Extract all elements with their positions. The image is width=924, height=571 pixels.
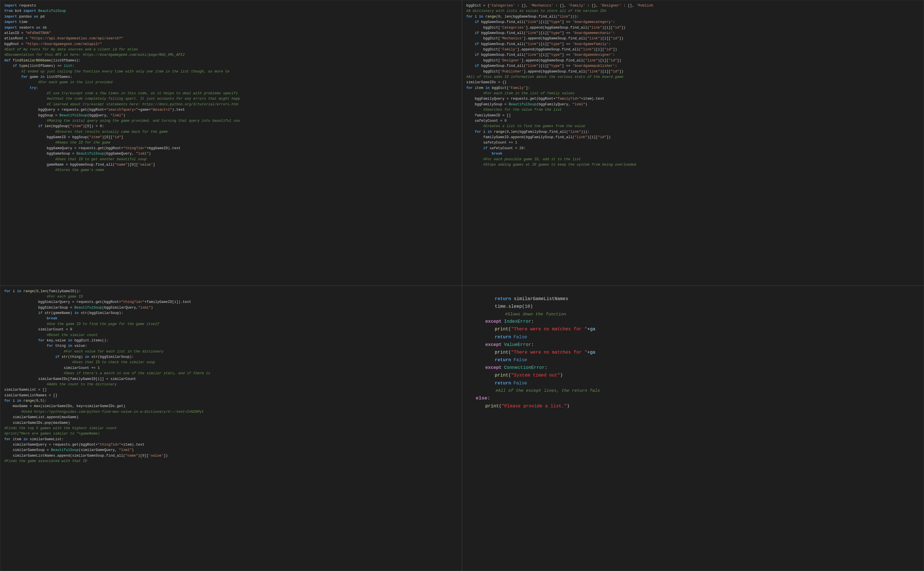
code-editor: import requests from bs4 import Beautifu…: [0, 0, 924, 571]
code-bottom-right: return similarGameListNames time.sleep(1…: [466, 289, 920, 411]
panel-top-left: import requests from bs4 import Beautifu…: [0, 0, 462, 286]
code-top-left: import requests from bs4 import Beautifu…: [4, 3, 458, 173]
panel-bottom-right: return similarGameListNames time.sleep(1…: [462, 286, 924, 571]
code-top-right: bggDict = {'Categories' : [], 'Mechanics…: [466, 3, 920, 168]
code-bottom-left: for i in range(0,len(familyGameID)): #Fo…: [4, 289, 458, 464]
panel-bottom-left: for i in range(0,len(familyGameID)): #Fo…: [0, 286, 462, 571]
panel-top-right: bggDict = {'Categories' : [], 'Mechanics…: [462, 0, 924, 286]
